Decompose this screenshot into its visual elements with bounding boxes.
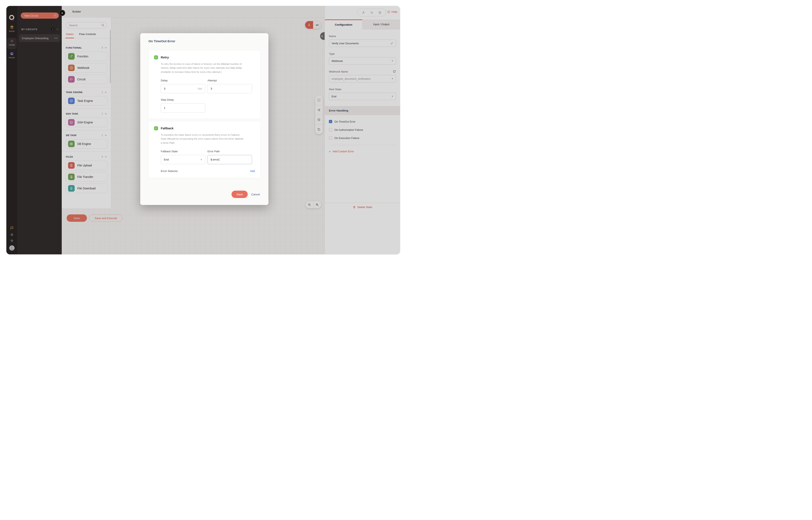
circuits-icon <box>10 39 14 43</box>
user-avatar[interactable] <box>9 245 15 251</box>
next-state-select[interactable]: End ▼ <box>329 93 396 100</box>
palette-item-file-upload[interactable]: File Upload <box>66 161 107 170</box>
name-value: Verify User Documents <box>332 42 359 45</box>
palette-item-circuit[interactable]: Circuit <box>66 75 107 84</box>
tab-flow-controls[interactable]: Flow Controls <box>79 33 96 38</box>
fallback-state-label: Fallback State <box>161 150 205 153</box>
error-option-execution[interactable]: On Execution Failure <box>329 136 396 139</box>
flow-view-button[interactable] <box>305 21 313 29</box>
error-path-input[interactable]: $.error <box>207 155 252 164</box>
tab-input-output[interactable]: Input / Output <box>362 20 400 29</box>
palette-item-db-engine[interactable]: DB Engine <box>66 139 107 149</box>
chevron-down-icon: ▼ <box>391 60 393 62</box>
type-select[interactable]: Webhook ▼ <box>329 57 396 64</box>
pie-view-icon[interactable] <box>378 11 382 14</box>
branch-icon <box>317 108 321 112</box>
fallback-description: To transition the State failure errors o… <box>161 133 245 145</box>
checkbox-unchecked[interactable] <box>329 128 332 131</box>
collapse-config-panel-button[interactable]: ▶ <box>320 32 325 40</box>
edit-pencil-icon[interactable] <box>390 42 393 45</box>
section-count: 1 <box>101 112 103 115</box>
sidebar-item-boards[interactable]: Boards <box>6 25 17 32</box>
name-field[interactable]: Verify User Documents <box>329 40 396 47</box>
feedback-icon[interactable] <box>10 226 14 230</box>
webhook-name-select[interactable]: employee_document_verification ▼ <box>329 75 396 82</box>
modal-save-button[interactable]: Save <box>231 191 248 198</box>
tab-configuration[interactable]: Configuration <box>325 20 362 29</box>
section-title: FUNCTIONAL <box>66 47 101 49</box>
validate-button[interactable] <box>315 115 323 125</box>
modal-title: On TimeOut Error <box>149 40 175 43</box>
tab-states[interactable]: States <box>66 33 74 38</box>
save-button[interactable]: Save <box>67 214 87 222</box>
step-delay-input[interactable]: 1 <box>161 103 205 112</box>
more-options-icon[interactable]: ••• <box>54 36 58 40</box>
delay-input[interactable]: 3 Sec <box>161 84 205 93</box>
zoom-out-button[interactable] <box>306 201 313 208</box>
refresh-icon[interactable] <box>393 70 396 73</box>
retry-checkbox-checked[interactable]: ✓ <box>154 55 158 59</box>
function-icon <box>68 53 75 60</box>
list-view-icon[interactable] <box>370 11 373 14</box>
zoom-in-button[interactable] <box>313 201 321 208</box>
config-top-bar: Help <box>325 6 400 20</box>
delete-state-button[interactable]: Delete State <box>325 203 400 211</box>
save-and-execute-button[interactable]: Save and Execute <box>89 214 123 222</box>
checkbox-checked[interactable]: ✓ <box>329 120 332 123</box>
sidebar-item-label: Circuits <box>9 44 15 46</box>
palette-item-ssh-engine[interactable]: SSH Engine <box>66 118 107 127</box>
sidebar-item-circuits[interactable]: Circuits <box>6 39 17 46</box>
step-delay-label: Step Delay <box>161 98 205 101</box>
collapse-nav-button[interactable]: ◀ <box>59 10 65 16</box>
error-option-authorization[interactable]: On Authorization Failure <box>329 128 396 131</box>
attempt-input[interactable]: 3 <box>207 84 252 93</box>
builder-header: Builder <box>62 6 325 18</box>
share-branch-button[interactable] <box>315 105 323 115</box>
fit-view-button[interactable] <box>315 95 323 105</box>
chevron-down-icon[interactable] <box>105 134 107 136</box>
delay-unit: Sec <box>198 87 202 90</box>
palette-item-function[interactable]: Function <box>66 52 107 61</box>
add-custom-error-button[interactable]: + Add Custom Error <box>329 150 396 153</box>
help-button[interactable]: Help <box>387 10 397 13</box>
type-value: Webhook <box>332 59 343 62</box>
checkbox-unchecked[interactable] <box>329 136 332 139</box>
modal-cancel-button[interactable]: Cancel <box>251 193 260 196</box>
new-circuit-button[interactable]: New Circuit + <box>21 12 59 19</box>
config-tabs: Configuration Input / Output <box>325 20 400 29</box>
palette-item-file-download[interactable]: File Download <box>66 184 107 193</box>
chevron-down-icon[interactable] <box>105 156 107 158</box>
palette-scrollbar[interactable] <box>110 30 111 83</box>
fallback-checkbox-checked[interactable]: ✓ <box>154 126 158 130</box>
fallback-heading: Fallback <box>161 127 174 130</box>
chevron-down-icon[interactable] <box>105 91 107 94</box>
add-error-selector-link[interactable]: Add <box>250 170 255 173</box>
settings-gear-icon[interactable] <box>10 239 14 243</box>
sidebar-item-reports[interactable]: Reports <box>6 51 17 59</box>
palette-list[interactable]: FUNCTIONAL 3 Function <box>62 43 111 208</box>
name-label: Name <box>329 35 396 38</box>
add-custom-error-label: Add Custom Error <box>333 150 354 153</box>
chevron-down-icon[interactable] <box>105 112 107 115</box>
palette-item-label: Task Engine <box>77 99 93 103</box>
fallback-state-select[interactable]: End ▼ <box>161 155 205 164</box>
palette-item-file-transfer[interactable]: File Transfer <box>66 172 107 182</box>
view-mode-toggle[interactable]: </> <box>305 21 321 29</box>
hierarchy-view-icon[interactable] <box>362 11 365 14</box>
undo-reset-button[interactable] <box>315 124 323 134</box>
retry-heading: Retry <box>161 56 169 59</box>
chevron-down-icon[interactable] <box>105 47 107 49</box>
palette-item-webhook[interactable]: Webhook <box>66 63 107 73</box>
config-panel: Help Configuration Input / Output Name V… <box>325 6 400 254</box>
circuit-list-item[interactable]: Employee Onboarding ••• <box>19 34 60 42</box>
code-view-button[interactable]: </> <box>313 21 321 29</box>
search-input[interactable] <box>66 22 107 28</box>
qntrl-logo-icon[interactable] <box>8 14 15 21</box>
help-label: Help <box>391 10 397 13</box>
my-circuits-header[interactable]: MY CIRCUITS 1 <box>21 27 59 31</box>
section-count: 1 <box>101 134 103 137</box>
notifications-bell-icon[interactable] <box>10 232 14 236</box>
error-option-timeout[interactable]: ✓ On TimeOut Error <box>329 120 396 123</box>
palette-item-task-engine[interactable]: Task Engine <box>66 96 107 106</box>
error-selector-label: Error Selector <box>161 170 178 173</box>
